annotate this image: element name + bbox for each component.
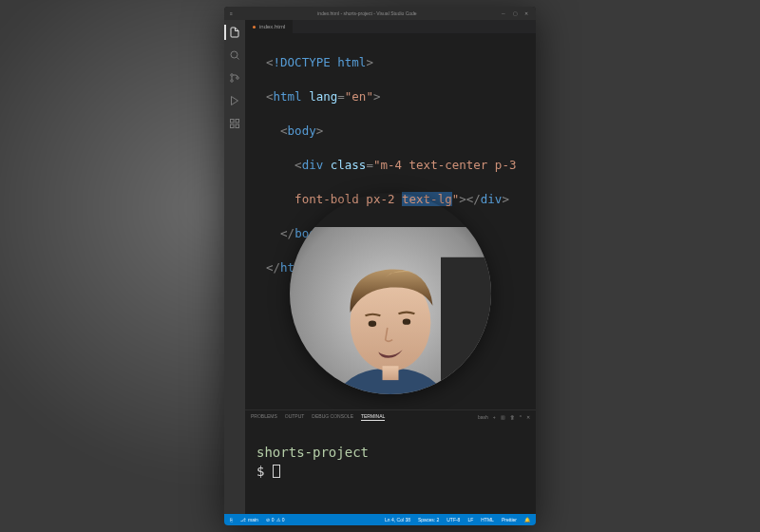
panel-tab-output[interactable]: OUTPUT [285, 413, 305, 421]
bottom-panel: PROBLEMS OUTPUT DEBUG CONSOLE TERMINAL b… [245, 409, 536, 514]
svg-rect-6 [231, 124, 235, 128]
svg-point-2 [231, 80, 234, 83]
status-bar: ⎘ ⎇ main ⊘ 0 ⚠ 0 Ln 4, Col 38 Spaces: 2 … [224, 514, 536, 525]
svg-point-1 [231, 74, 234, 77]
git-branch[interactable]: ⎇ main [240, 517, 258, 522]
window-title: index.html - shorts-project - Visual Stu… [233, 10, 502, 16]
vscode-window: ≡ index.html - shorts-project - Visual S… [224, 7, 536, 525]
terminal-cursor [273, 465, 280, 478]
terminal-shell-label[interactable]: bash [478, 414, 488, 420]
run-debug-icon[interactable] [228, 94, 241, 107]
cursor-position[interactable]: Ln 4, Col 38 [385, 517, 410, 522]
svg-rect-7 [236, 124, 239, 128]
tab-filename: index.html [259, 24, 285, 29]
presenter-webcam [290, 193, 491, 394]
svg-rect-4 [231, 120, 235, 124]
maximize-panel-icon[interactable]: ^ [520, 414, 522, 420]
svg-rect-5 [236, 120, 239, 124]
split-terminal-icon[interactable]: ▥ [501, 414, 505, 420]
terminal-cwd: shorts-project [256, 443, 524, 462]
notifications-icon[interactable]: 🔔 [524, 517, 530, 522]
indentation[interactable]: Spaces: 2 [418, 517, 439, 522]
minimize-icon[interactable]: ─ [502, 10, 507, 16]
language-mode[interactable]: HTML [481, 517, 494, 522]
close-panel-icon[interactable]: ✕ [526, 414, 530, 420]
maximize-icon[interactable]: ▢ [513, 10, 519, 16]
panel-tab-debug[interactable]: DEBUG CONSOLE [312, 413, 353, 421]
panel-tab-terminal[interactable]: TERMINAL [361, 413, 385, 421]
svg-point-3 [237, 77, 239, 80]
svg-point-12 [403, 318, 410, 324]
panel-tab-problems[interactable]: PROBLEMS [251, 413, 277, 421]
editor-tab-bar: index.html [245, 20, 536, 33]
new-terminal-icon[interactable]: + [493, 414, 496, 420]
search-icon[interactable] [228, 48, 241, 62]
kill-terminal-icon[interactable]: 🗑 [510, 414, 515, 420]
terminal[interactable]: shorts-project $ [245, 424, 536, 514]
code-editor[interactable]: <!DOCTYPE html> <html lang="en"> <body> … [245, 33, 536, 409]
editor-tab[interactable]: index.html [245, 20, 294, 33]
svg-point-11 [369, 321, 376, 327]
svg-rect-13 [383, 366, 399, 380]
explorer-icon[interactable] [228, 26, 241, 39]
title-bar: ≡ index.html - shorts-project - Visual S… [224, 7, 536, 20]
problems-status[interactable]: ⊘ 0 ⚠ 0 [266, 517, 285, 522]
html-file-icon [253, 26, 256, 28]
svg-rect-9 [441, 257, 491, 394]
remote-indicator[interactable]: ⎘ [230, 517, 233, 522]
eol[interactable]: LF [467, 517, 473, 522]
prettier-status[interactable]: Prettier [502, 517, 517, 522]
panel-tab-bar: PROBLEMS OUTPUT DEBUG CONSOLE TERMINAL b… [245, 410, 536, 424]
activity-bar [224, 20, 245, 514]
extensions-icon[interactable] [228, 117, 241, 130]
encoding[interactable]: UTF-8 [446, 517, 460, 522]
svg-point-0 [231, 51, 238, 58]
source-control-icon[interactable] [228, 71, 241, 85]
terminal-prompt: $ [256, 464, 264, 479]
editor-area: index.html <!DOCTYPE html> <html lang="e… [245, 20, 536, 514]
close-icon[interactable]: ✕ [524, 10, 530, 16]
